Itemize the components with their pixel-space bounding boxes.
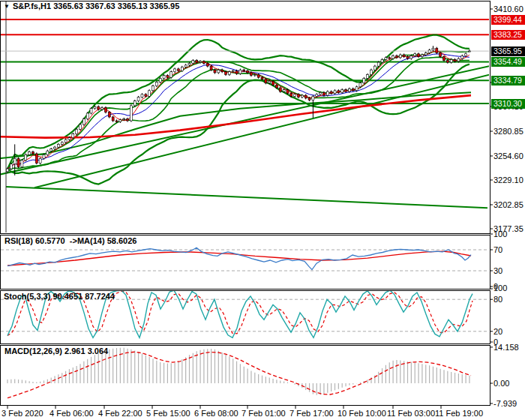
candle-bull bbox=[232, 70, 234, 71]
candle-bull bbox=[424, 53, 427, 56]
ohlc-dropdown-icon[interactable]: ▼ bbox=[4, 3, 10, 10]
level-price-badge: 3310.30 bbox=[491, 99, 525, 109]
time-axis-label[interactable]: 5 Feb 15:00 bbox=[146, 409, 190, 418]
candle-bull bbox=[268, 81, 271, 83]
candle-bear bbox=[286, 90, 289, 94]
candle-bull bbox=[374, 66, 376, 70]
time-axis-label[interactable]: 4 Feb 22:00 bbox=[98, 409, 142, 418]
time-axis-label[interactable]: 4 Feb 06:00 bbox=[50, 409, 94, 418]
candle-bull bbox=[283, 90, 285, 92]
time-axis-label[interactable]: 7 Feb 01:00 bbox=[242, 409, 286, 418]
candle-bull bbox=[163, 76, 165, 79]
candle-bull bbox=[359, 83, 362, 87]
candle-bull bbox=[465, 54, 467, 56]
candle-bull bbox=[159, 78, 161, 82]
candle-bear bbox=[330, 92, 332, 94]
candle-bull bbox=[64, 140, 67, 142]
candle-bull bbox=[228, 72, 230, 75]
candle-bear bbox=[214, 70, 216, 73]
time-axis-label[interactable]: 6 Feb 08:00 bbox=[194, 409, 238, 418]
candle-bull bbox=[461, 56, 464, 58]
candle-bull bbox=[312, 96, 314, 100]
time-axis-label[interactable]: 11 Feb 03:00 bbox=[387, 409, 435, 418]
pane-border-price bbox=[1, 2, 490, 234]
candle-bull bbox=[410, 56, 412, 58]
candle-bull bbox=[14, 158, 16, 164]
candle-bear bbox=[304, 95, 307, 98]
macd-axis-label: 0.00 bbox=[494, 379, 509, 388]
macd-indicator-label: MACD(12,26,9) 2.961 3.064 bbox=[4, 346, 108, 356]
candle-bull bbox=[450, 59, 452, 62]
candle-bear bbox=[225, 72, 227, 75]
candle-bull bbox=[141, 94, 143, 98]
candle-bear bbox=[406, 57, 409, 59]
candle-bull bbox=[80, 124, 82, 129]
trading-chart-window: { "title": { "symbol": "S&P.fs,H1", "ohl… bbox=[0, 0, 525, 420]
candle-bull bbox=[54, 147, 56, 149]
candle-bull bbox=[7, 169, 9, 172]
candle-bull bbox=[432, 48, 434, 50]
candle-bull bbox=[200, 62, 202, 62]
candle-bear bbox=[250, 73, 252, 76]
candle-bull bbox=[82, 118, 85, 124]
rsi-axis-label: 30 bbox=[494, 266, 502, 275]
candle-bear bbox=[17, 158, 20, 166]
time-axis-label[interactable]: 10 Feb 10:00 bbox=[338, 409, 386, 418]
candle-bear bbox=[403, 55, 405, 57]
level-price-badge: 3383.25 bbox=[491, 30, 525, 40]
time-axis-label[interactable]: 11 Feb 19:00 bbox=[435, 409, 483, 418]
candle-bull bbox=[392, 56, 394, 58]
current-price-badge: 3365.95 bbox=[491, 46, 525, 56]
candle-bull bbox=[181, 67, 183, 70]
candle-bull bbox=[174, 69, 176, 72]
candle-bear bbox=[265, 80, 267, 83]
candle-bull bbox=[363, 78, 365, 82]
candle-bear bbox=[210, 66, 212, 70]
candle-bull bbox=[341, 90, 344, 93]
candle-bear bbox=[177, 69, 179, 71]
candle-bull bbox=[385, 58, 387, 60]
candle-bull bbox=[50, 149, 52, 152]
candle-bear bbox=[290, 94, 292, 97]
candle-bear bbox=[35, 154, 38, 164]
candle-bear bbox=[116, 121, 118, 122]
candle-bull bbox=[137, 98, 140, 101]
candle-bull bbox=[356, 87, 358, 91]
candle-bull bbox=[86, 113, 88, 119]
candle-bull bbox=[414, 54, 416, 56]
candle-bull bbox=[170, 72, 172, 78]
candle-bull bbox=[239, 70, 242, 74]
candle-bull bbox=[25, 154, 27, 160]
chart-canvas bbox=[0, 0, 525, 420]
candle-bull bbox=[10, 164, 12, 169]
candle-bull bbox=[134, 101, 136, 106]
candle-bull bbox=[428, 50, 430, 53]
candle-bull bbox=[458, 58, 460, 62]
candle-bear bbox=[236, 70, 238, 74]
candle-bull bbox=[399, 55, 401, 58]
candle-bull bbox=[155, 82, 158, 86]
level-price-badge: 3334.79 bbox=[491, 76, 525, 86]
candle-bear bbox=[202, 62, 205, 64]
candle-bear bbox=[196, 61, 198, 63]
stoch-indicator-label: Stoch(5,3,3) 90.4651 87.7244 bbox=[4, 292, 115, 301]
price-axis-label: 3410.60 bbox=[494, 4, 524, 14]
time-axis-label[interactable]: 3 Feb 2020 bbox=[2, 409, 44, 418]
candle-bear bbox=[275, 85, 278, 88]
candle-bull bbox=[39, 158, 41, 163]
candle-bear bbox=[443, 57, 446, 61]
stoch-axis-label: 20 bbox=[494, 327, 502, 336]
candle-bull bbox=[326, 92, 328, 95]
candle-bull bbox=[72, 134, 74, 138]
candle-bear bbox=[272, 81, 274, 85]
time-axis-label[interactable]: 7 Feb 17:00 bbox=[290, 409, 334, 418]
candle-bull bbox=[192, 61, 194, 64]
candle-bear bbox=[388, 58, 391, 58]
candle-bear bbox=[298, 94, 300, 98]
candle-bull bbox=[320, 92, 322, 94]
candle-bull bbox=[370, 70, 373, 74]
candle-bull bbox=[57, 144, 59, 147]
rsi-axis-label: 100 bbox=[494, 230, 507, 238]
stoch-axis-label: 100 bbox=[494, 284, 507, 292]
candle-bear bbox=[206, 63, 208, 66]
